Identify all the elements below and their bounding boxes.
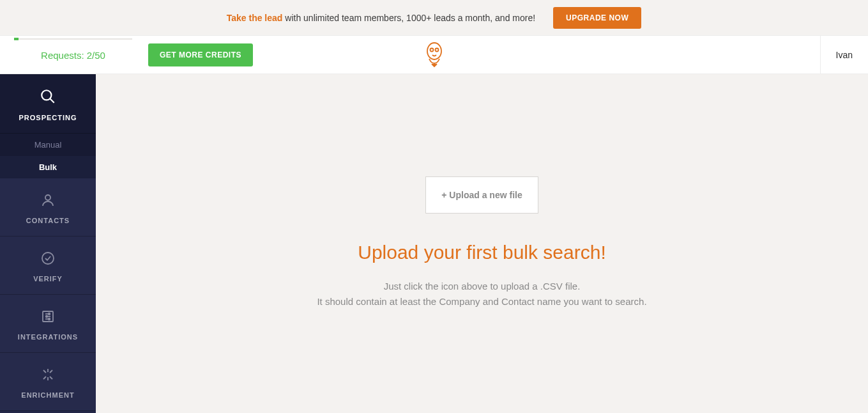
user-name: Ivan: [836, 50, 853, 60]
search-icon: [40, 88, 56, 107]
person-icon: [40, 192, 56, 210]
upgrade-button[interactable]: UPGRADE NOW: [553, 7, 641, 29]
main-area: PROSPECTING Manual Bulk CONTACTS VER: [0, 74, 868, 413]
svg-point-12: [46, 316, 48, 318]
check-circle-icon: [40, 251, 56, 269]
svg-point-2: [435, 49, 438, 52]
subtext-line-1: Just click the icon above to upload a .C…: [317, 279, 646, 294]
credits-progress: [14, 38, 132, 40]
sidebar-item-verify[interactable]: VERIFY: [0, 237, 96, 295]
requests-label: Requests: 2/50: [14, 50, 132, 61]
svg-point-0: [427, 43, 441, 59]
sidebar-item-label: INTEGRATIONS: [18, 333, 78, 341]
page-headline: Upload your first bulk search!: [358, 242, 606, 263]
sidebar-item-label: PROSPECTING: [19, 114, 77, 121]
user-menu[interactable]: Ivan: [820, 36, 868, 74]
get-credits-button[interactable]: GET MORE CREDITS: [148, 43, 253, 66]
sidebar-item-prospecting[interactable]: PROSPECTING: [0, 74, 96, 134]
submenu-item-manual[interactable]: Manual: [0, 134, 96, 156]
credits-block: Requests: 2/50: [0, 49, 134, 61]
svg-line-4: [50, 98, 54, 103]
svg-point-11: [49, 313, 50, 315]
submenu-item-bulk[interactable]: Bulk: [0, 156, 96, 178]
sidebar-item-integrations[interactable]: INTEGRATIONS: [0, 295, 96, 353]
promo-rest: with unlimited team members, 1000+ leads…: [282, 13, 535, 23]
logo-icon: [423, 42, 445, 68]
sidebar: PROSPECTING Manual Bulk CONTACTS VER: [0, 74, 96, 413]
converge-icon: [40, 367, 56, 385]
promo-banner: Take the lead with unlimited team member…: [0, 0, 868, 36]
svg-point-5: [45, 195, 50, 200]
upload-file-button[interactable]: + Upload a new file: [425, 176, 538, 214]
credits-progress-fill: [14, 38, 19, 40]
sidebar-item-enrichment[interactable]: ENRICHMENT: [0, 353, 96, 411]
content-area: + Upload a new file Upload your first bu…: [96, 74, 868, 413]
subtext-line-2: It should contain at least the Company a…: [317, 294, 646, 309]
sidebar-item-label: ENRICHMENT: [21, 391, 74, 399]
sidebar-item-contacts[interactable]: CONTACTS: [0, 178, 96, 237]
page-subtext: Just click the icon above to upload a .C…: [317, 279, 646, 309]
svg-point-6: [42, 253, 54, 264]
sliders-icon: [40, 309, 56, 327]
prospecting-submenu: Manual Bulk: [0, 134, 96, 178]
topbar: Requests: 2/50 GET MORE CREDITS Ivan: [0, 36, 868, 74]
promo-text: Take the lead with unlimited team member…: [227, 13, 535, 23]
sidebar-item-label: CONTACTS: [26, 217, 70, 224]
app-logo: [423, 42, 445, 70]
sidebar-item-label: VERIFY: [33, 275, 63, 283]
svg-point-3: [42, 90, 51, 100]
svg-point-1: [430, 49, 433, 52]
svg-point-13: [49, 318, 50, 320]
promo-lead: Take the lead: [227, 13, 283, 23]
